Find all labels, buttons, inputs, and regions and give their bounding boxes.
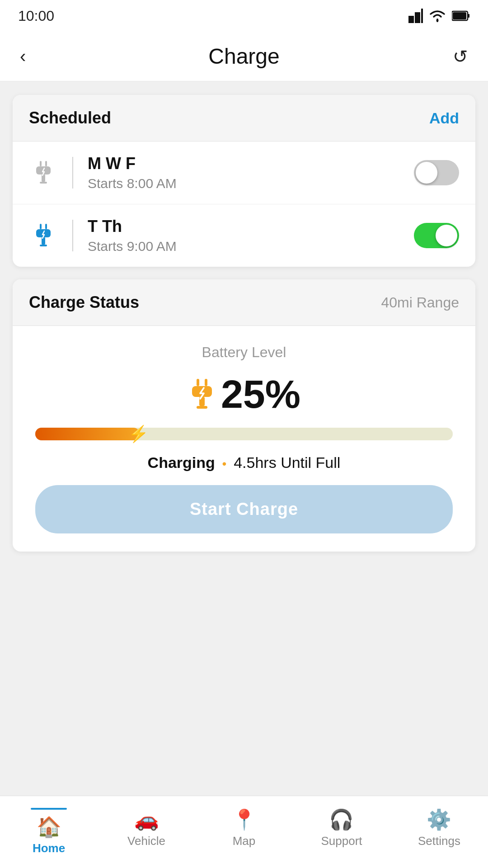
charge-status-title: Charge Status xyxy=(29,293,139,312)
svg-rect-18 xyxy=(205,379,207,386)
signal-icon xyxy=(408,9,423,23)
svg-point-3 xyxy=(436,19,439,22)
nav-item-home[interactable]: 🏠 Home xyxy=(0,804,98,855)
home-icon: 🏠 xyxy=(37,815,61,839)
wifi-icon xyxy=(428,9,446,22)
schedule-item-mwf: M W F Starts 8:00 AM xyxy=(13,142,475,204)
divider xyxy=(72,220,73,251)
svg-rect-8 xyxy=(45,161,47,166)
schedule-info-mwf: M W F Starts 8:00 AM xyxy=(88,154,401,191)
support-icon: 🎧 xyxy=(329,808,354,831)
header: ‹ Charge ↺ xyxy=(0,32,488,81)
page-title: Charge xyxy=(208,44,279,69)
status-icons xyxy=(408,9,470,23)
charge-status-card: Charge Status 40mi Range Battery Level 2… xyxy=(13,279,475,552)
charge-progress-fill: ⚡ xyxy=(35,428,140,440)
svg-rect-7 xyxy=(40,161,42,166)
nav-label-support: Support xyxy=(321,834,362,848)
settings-icon: ⚙️ xyxy=(427,808,451,831)
lightning-icon: ⚡ xyxy=(128,425,149,443)
add-schedule-button[interactable]: Add xyxy=(429,109,459,127)
svg-rect-5 xyxy=(468,14,469,18)
svg-rect-16 xyxy=(40,245,47,246)
battery-percent-value: 25% xyxy=(221,374,300,414)
svg-rect-17 xyxy=(197,379,199,386)
svg-rect-11 xyxy=(40,182,47,184)
nav-label-home: Home xyxy=(33,841,65,855)
divider xyxy=(72,157,73,189)
schedule-days-mwf: M W F xyxy=(88,154,401,173)
svg-marker-2 xyxy=(421,9,423,23)
nav-item-support[interactable]: 🎧 Support xyxy=(293,804,390,848)
schedule-time-tth: Starts 9:00 AM xyxy=(88,239,401,254)
scheduled-title: Scheduled xyxy=(29,108,111,127)
schedule-days-tth: T Th xyxy=(88,217,401,236)
nav-item-map[interactable]: 📍 Map xyxy=(195,804,293,848)
schedule-toggle-tth[interactable] xyxy=(414,223,459,248)
charging-status-row: Charging • 4.5hrs Until Full xyxy=(148,454,341,472)
charging-status-text: Charging • 4.5hrs Until Full xyxy=(148,454,341,471)
charge-status-header: Charge Status 40mi Range xyxy=(13,279,475,326)
back-button[interactable]: ‹ xyxy=(20,46,47,66)
charging-plug-icon xyxy=(188,378,216,410)
schedule-item-tth: T Th Starts 9:00 AM xyxy=(13,204,475,267)
schedule-toggle-mwf[interactable] xyxy=(414,160,459,185)
nav-item-vehicle[interactable]: 🚗 Vehicle xyxy=(98,804,195,848)
status-time: 10:00 xyxy=(18,8,54,24)
status-bar: 10:00 xyxy=(0,0,488,32)
scheduled-card: Scheduled Add M W F Starts 8:00 AM xyxy=(13,95,475,267)
main-content: Scheduled Add M W F Starts 8:00 AM xyxy=(0,81,488,565)
vehicle-icon: 🚗 xyxy=(134,808,159,831)
schedule-info-tth: T Th Starts 9:00 AM xyxy=(88,217,401,254)
battery-icon xyxy=(452,10,470,21)
svg-rect-21 xyxy=(197,406,207,409)
svg-rect-13 xyxy=(45,224,47,229)
schedule-time-mwf: Starts 8:00 AM xyxy=(88,176,401,191)
svg-rect-6 xyxy=(453,12,466,19)
nav-label-settings: Settings xyxy=(418,834,460,848)
nav-label-vehicle: Vehicle xyxy=(127,834,165,848)
charge-status-range: 40mi Range xyxy=(381,294,459,311)
battery-level-label: Battery Level xyxy=(202,344,286,361)
svg-marker-0 xyxy=(408,16,414,23)
scheduled-card-header: Scheduled Add xyxy=(13,95,475,142)
battery-percent-row: 25% xyxy=(188,374,300,414)
nav-active-indicator xyxy=(31,808,67,810)
start-charge-button[interactable]: Start Charge xyxy=(35,485,453,533)
plug-icon-gray xyxy=(29,160,58,185)
plug-icon-blue xyxy=(29,223,58,248)
bottom-nav: 🏠 Home 🚗 Vehicle 📍 Map 🎧 Support ⚙️ Sett… xyxy=(0,796,488,868)
map-icon: 📍 xyxy=(232,808,257,831)
refresh-button[interactable]: ↺ xyxy=(441,46,468,67)
svg-rect-12 xyxy=(40,224,42,229)
charge-status-body: Battery Level 25% ⚡ xyxy=(13,326,475,552)
nav-item-settings[interactable]: ⚙️ Settings xyxy=(390,804,488,848)
charge-progress-bar: ⚡ xyxy=(35,428,453,440)
nav-label-map: Map xyxy=(233,834,256,848)
svg-marker-1 xyxy=(415,12,420,23)
